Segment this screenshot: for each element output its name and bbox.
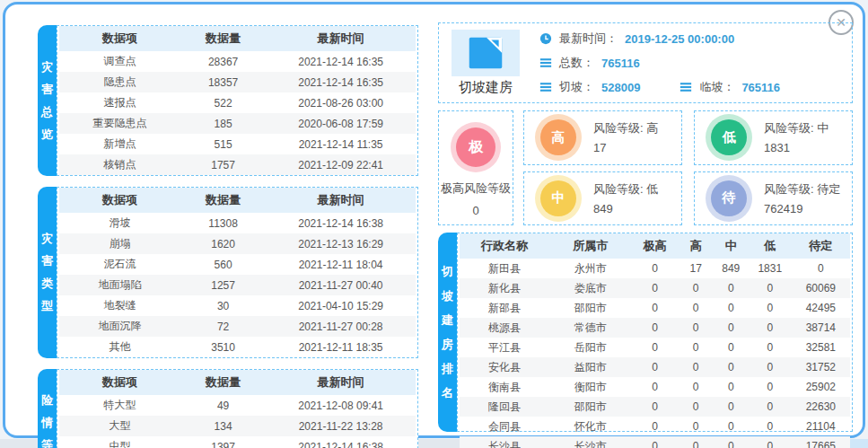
data-item-cell: 隐患点 (59, 72, 180, 92)
data-time-cell: 2021-04-10 15:29 (266, 295, 416, 316)
data-count-cell: 515 (180, 134, 266, 154)
risk-label: 风险等级: 中 (764, 120, 829, 136)
header-row: 行政名称所属市极高高中低待定 (460, 233, 850, 259)
data-time-cell: 2021-11-22 13:28 (266, 416, 416, 436)
slope-counts-line: 切坡： 528009 临坡： 765116 (539, 79, 848, 95)
ranking-row[interactable]: 新田县 永州市 0 17 849 1831 0 (460, 259, 850, 278)
ranking-row[interactable]: 新邵县 邵阳市 0 0 0 0 42495 (460, 298, 850, 318)
table-row: 其他 3510 2021-12-11 18:35 (59, 337, 416, 357)
medium-cell: 0 (714, 436, 749, 448)
table-row: 速报点 522 2021-08-26 03:00 (59, 92, 416, 113)
data-count-cell: 1397 (180, 436, 266, 448)
risk-card-high[interactable]: 高 风险等级: 高 17 (523, 110, 682, 165)
city-cell: 岳阳市 (549, 338, 631, 357)
data-item-cell: 崩塌 (59, 233, 180, 254)
extreme-cell: 0 (631, 436, 678, 448)
folder-slope-icon (466, 34, 505, 72)
column-header: 最新时间 (266, 370, 416, 395)
risk-label: 风险等级: 高 (593, 120, 658, 136)
dashboard-modal: ✕ 灾害总览 数据项数据量最新时间 调查点 28367 2021-12-14 1… (3, 2, 865, 438)
tab-danger-level: 险情等级 (38, 369, 57, 448)
extreme-cell: 0 (631, 338, 678, 357)
risk-value: 762419 (764, 202, 840, 215)
data-item-cell: 大型 (59, 416, 180, 436)
data-item-cell: 新增点 (59, 134, 180, 154)
data-time-cell: 2021-12-08 09:41 (266, 395, 416, 416)
risk-badge-medium: 中 (540, 180, 576, 216)
city-cell: 永州市 (549, 259, 631, 278)
disaster-type-table: 数据项数据量最新时间 滑坡 11308 2021-12-14 16:38 崩塌 … (59, 188, 416, 357)
city-cell: 邵阳市 (549, 298, 631, 318)
data-time-cell: 2021-12-14 16:35 (266, 72, 416, 92)
info-lines: 最新时间： 2019-12-25 00:00:00 总数： 765116 (525, 31, 848, 95)
table-row: 调查点 28367 2021-12-14 16:35 (59, 51, 416, 72)
high-cell: 0 (679, 397, 714, 417)
ranking-row[interactable]: 桃源县 常德市 0 0 0 0 38714 (460, 318, 850, 338)
data-time-cell: 2021-11-27 00:40 (266, 275, 416, 295)
ranking-row[interactable]: 长沙县 长沙市 0 0 0 0 17665 (460, 436, 850, 448)
data-count-cell: 49 (180, 395, 266, 416)
ranking-row[interactable]: 新化县 娄底市 0 0 0 0 60069 (460, 278, 850, 298)
city-cell: 怀化市 (549, 417, 631, 436)
ranking-table-wrap: 行政名称所属市极高高中低待定 新田县 永州市 0 17 849 1831 0 新… (457, 233, 853, 432)
data-count-cell: 1620 (180, 233, 266, 254)
tab-char: 灾 (41, 59, 53, 75)
danger-level-table-wrap: 数据项数据量最新时间 特大型 49 2021-12-08 09:41 大型 13… (57, 369, 418, 448)
risk-cards-row: 极 极高风险等级 0 高 风险等级: 高 17 低 (438, 110, 853, 225)
latest-time-value: 2019-12-25 00:00:00 (625, 32, 734, 46)
pending-cell: 38714 (792, 318, 850, 338)
ranking-row[interactable]: 平江县 岳阳市 0 0 0 0 32581 (460, 338, 850, 357)
risk-card-extreme[interactable]: 极 极高风险等级 0 (438, 110, 513, 225)
city-cell: 邵阳市 (549, 397, 631, 417)
tab-char: 灾 (41, 231, 53, 247)
column-header: 数据量 (180, 188, 266, 213)
risk-badge-low: 低 (711, 119, 747, 155)
ranking-table: 行政名称所属市极高高中低待定 新田县 永州市 0 17 849 1831 0 新… (460, 233, 850, 448)
low-cell: 1831 (749, 259, 792, 278)
pending-cell: 21104 (792, 417, 850, 436)
pending-cell: 17665 (792, 436, 850, 448)
data-time-cell: 2020-06-08 17:59 (266, 113, 416, 134)
pending-cell: 42495 (792, 298, 850, 318)
header-row: 数据项数据量最新时间 (59, 188, 416, 213)
tab-char: 切 (442, 264, 453, 280)
ranking-row[interactable]: 安化县 益阳市 0 0 0 0 31752 (460, 357, 850, 377)
extreme-cell: 0 (631, 377, 678, 397)
high-cell: 0 (679, 417, 714, 436)
pending-cell: 31752 (792, 357, 850, 377)
risk-badge-ring: 极 (451, 122, 501, 172)
high-cell: 0 (679, 278, 714, 298)
data-item-cell: 特大型 (59, 395, 180, 416)
table-row: 地面塌陷 1257 2021-11-27 00:40 (59, 275, 416, 295)
ranking-row[interactable]: 衡南县 衡阳市 0 0 0 0 25902 (460, 377, 850, 397)
city-cell: 衡阳市 (549, 377, 631, 397)
column-header: 待定 (792, 233, 850, 259)
risk-label: 风险等级: 低 (593, 181, 658, 198)
data-count-cell: 560 (180, 254, 266, 275)
medium-cell: 0 (714, 357, 749, 377)
risk-card-pending[interactable]: 待 风险等级: 待定 762419 (694, 171, 853, 226)
total-label: 总数： (559, 55, 594, 71)
tab-disaster-overview: 灾害总览 (38, 25, 57, 176)
slope-house-icon-area: 切坡建房 (446, 30, 525, 96)
data-time-cell: 2021-12-09 22:41 (266, 154, 416, 175)
data-count-cell: 522 (180, 92, 266, 113)
low-cell: 0 (749, 377, 792, 397)
pending-cell: 32581 (792, 338, 850, 357)
risk-value: 0 (472, 204, 478, 217)
tab-char: 览 (41, 127, 53, 143)
table-row: 特大型 49 2021-12-08 09:41 (59, 395, 416, 416)
tab-char: 害 (41, 253, 53, 269)
risk-card-medium[interactable]: 低 风险等级: 中 1831 (694, 110, 853, 165)
county-cell: 会同县 (460, 417, 549, 436)
risk-card-low[interactable]: 中 风险等级: 低 849 (523, 171, 682, 226)
high-cell: 0 (679, 377, 714, 397)
tab-char: 情 (41, 415, 53, 431)
low-cell: 0 (749, 357, 792, 377)
pending-cell: 22630 (792, 397, 850, 417)
ranking-row[interactable]: 隆回县 邵阳市 0 0 0 0 22630 (460, 397, 850, 417)
data-time-cell: 2021-12-13 16:29 (266, 233, 416, 254)
header-row: 数据项数据量最新时间 (59, 26, 416, 51)
low-cell: 0 (749, 338, 792, 357)
ranking-row[interactable]: 会同县 怀化市 0 0 0 0 21104 (460, 417, 850, 436)
